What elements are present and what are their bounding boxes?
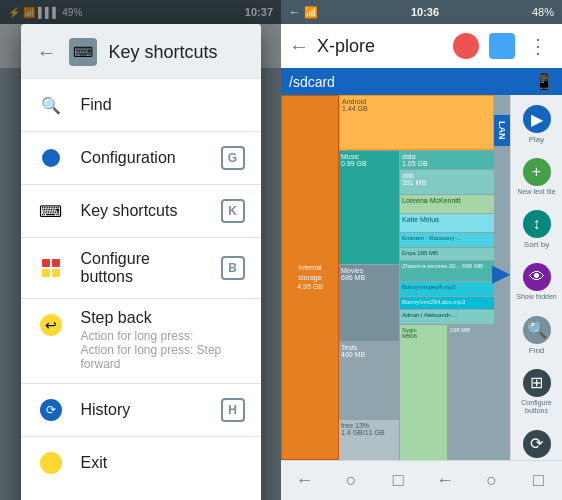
tablet-icon[interactable] [486,30,518,62]
find-icon: 🔍 [37,91,65,119]
lan-tab[interactable]: LAN [494,115,510,146]
right-panel: ← 📶 10:36 48% ← X-plore ⋮ /sdcard 📱 LAN [281,0,562,500]
internal-storage-label: Internal storage4.95 GB [286,263,334,292]
configure-sidebar-button[interactable]: ⊞ Configure buttons [513,363,561,422]
app-bar: ← X-plore ⋮ [281,24,562,68]
menu-item-configuration[interactable]: Configuration G [21,132,261,184]
nav-recent-left[interactable]: □ [382,465,414,497]
data-block: data1.05 GB [400,151,494,169]
exit-label: Exit [81,454,245,472]
misc-block: 138 MB [448,325,495,460]
configure-buttons-label: Configure buttons [81,250,205,286]
arrow-right-icon: ▶ [492,259,510,287]
sygic-block: SygicM506 [400,325,447,460]
show-hidden-icon: 👁 [523,263,551,291]
menu-item-configure-buttons[interactable]: Configure buttons B [21,238,261,298]
menu-item-exit[interactable]: Exit [21,437,261,489]
phone-icon[interactable] [450,30,482,62]
menu-item-key-shortcuts[interactable]: ⌨ Key shortcuts K [21,185,261,237]
treemap-area: LAN ▶ Internal storage4.95 GB Android1.4… [281,95,510,460]
nav-back-right[interactable]: ← [429,465,461,497]
keyboard-icon: ⌨ [69,38,97,66]
dialog-title: Key shortcuts [109,42,218,63]
bonny2-block: Bonny/vm/264.doc.mp3 [400,297,494,309]
right-back-icon: ← [289,6,300,18]
content-area: LAN ▶ Internal storage4.95 GB Android1.4… [281,95,562,460]
top-right-row: data1.05 GB [400,151,494,169]
show-hidden-button[interactable]: 👁 Show hidden [513,257,561,307]
config-shortcut: G [221,146,245,170]
loreena-block: Loreena McKennitt [400,195,494,213]
config-label: Configuration [81,149,205,167]
path-bar: /sdcard 📱 [281,68,562,95]
new-file-icon: + [523,158,551,186]
files-col: Android1.44 GB Music0.99 GB Movies686 MB… [339,95,494,460]
step-back-subtext: Action for long press:Action for long pr… [81,329,245,371]
left-panel: ⚡ 📶 ▌▌▌ 49% 10:37 ← ⌨ Key shortcuts 🔍 Fi… [0,0,281,500]
show-hidden-label: Show hidden [516,293,556,301]
configure-buttons-shortcut: B [221,256,245,280]
bonny-block: Bonny/vmped4.mp3 [400,282,494,296]
play-icon: ▶ [523,105,551,133]
step-back-label: Step back [81,309,245,327]
key-shortcuts-dialog: ← ⌨ Key shortcuts 🔍 Find Configuration G [21,24,261,500]
new-file-label: New text file [517,188,555,196]
key-shortcut-badge: K [221,199,245,223]
find-sidebar-label: Find [529,346,545,355]
configure-sidebar-icon: ⊞ [523,369,551,397]
sort-button[interactable]: ↕ Sort by [513,204,561,255]
find-label: Find [81,96,245,114]
menu-item-find[interactable]: 🔍 Find [21,79,261,131]
key-icon: ⌨ [37,197,65,225]
dialog-back-arrow[interactable]: ← [37,41,57,64]
history-sidebar-button[interactable]: ⟳ History [513,424,561,460]
history-sidebar-icon: ⟳ [523,430,551,458]
katie-block: Katie Melua [400,214,494,232]
find-sidebar-button[interactable]: 🔍 Find [513,310,561,361]
main-row: Music0.99 GB Movies686 MB Tests460 MB fr… [339,151,494,460]
nav-home-right[interactable]: ○ [476,465,508,497]
status-bar-right: ← 📶 10:36 48% [281,0,562,24]
dialog-actions: CANCEL OK [21,489,261,500]
history-label: History [81,401,205,419]
sidebar-actions: ▶ Play + New text file ↕ Sort by 👁 Show … [510,95,562,460]
internal-storage-block: Internal storage4.95 GB [281,95,339,460]
nav-recent-right[interactable]: □ [523,465,555,497]
sort-icon: ↕ [523,210,551,238]
eminem-block: Eminem - Recovery ... [400,233,494,247]
nav-home-left[interactable]: ○ [335,465,367,497]
adrian-block: Adrian i Aleksandr-... [400,310,494,324]
obb-row: obb391 MB [400,170,494,194]
nav-back-left[interactable]: ← [288,465,320,497]
key-shortcuts-label: Key shortcuts [81,202,205,220]
dialog-header: ← ⌨ Key shortcuts [21,24,261,79]
sort-label: Sort by [524,240,549,249]
path-device-icon: 📱 [534,72,554,91]
step-icon: ↩ [37,311,65,339]
right-wifi-icon: 📶 [304,6,318,19]
tests-block: Tests460 MB [339,342,399,419]
movies-block: Movies686 MB [339,265,399,342]
music-col: Music0.99 GB Movies686 MB Tests460 MB fr… [339,151,399,460]
menu-item-history[interactable]: ⟳ History H [21,384,261,436]
history-icon: ⟳ [37,396,65,424]
menu-item-step-back[interactable]: ↩ Step back Action for long press:Action… [21,299,261,383]
music-block: Music0.99 GB [339,151,399,264]
app-bar-icons: ⋮ [450,30,554,62]
find-sidebar-icon: 🔍 [523,316,551,344]
play-button[interactable]: ▶ Play [513,99,561,150]
more-options-icon[interactable]: ⋮ [522,30,554,62]
time-right: 10:36 [411,6,439,18]
grid-icon [37,254,65,282]
path-text: /sdcard [289,74,335,90]
free-block: free 13%1.4 GB/11 GB [339,420,399,460]
configure-sidebar-label: Configure buttons [515,399,559,416]
history-shortcut: H [221,398,245,422]
app-bar-back[interactable]: ← [289,35,309,58]
exit-icon [37,449,65,477]
new-file-button[interactable]: + New text file [513,152,561,202]
play-label: Play [529,135,545,144]
zhasni-block: Zhasni-a-zemres-20... 686 MB [400,261,494,281]
obb-block: obb391 MB [400,170,494,194]
android-block: Android1.44 GB [339,95,494,150]
